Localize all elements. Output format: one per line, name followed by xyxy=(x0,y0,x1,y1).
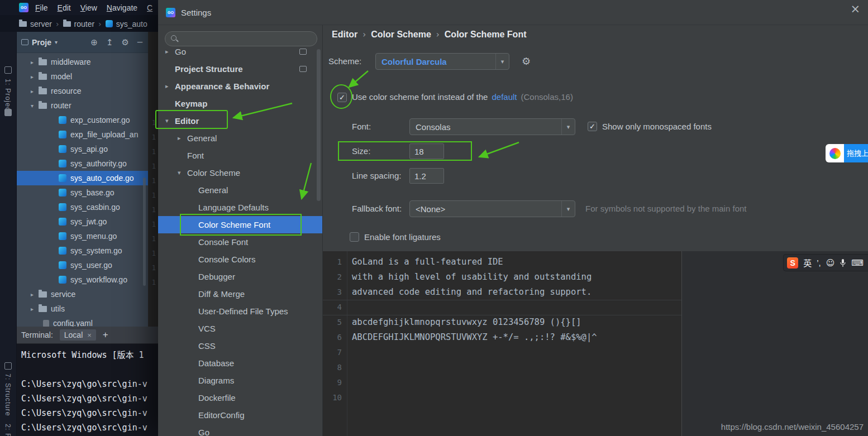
chevron-right-icon[interactable]: ▸ xyxy=(165,48,169,55)
project-tree-item-router[interactable]: ▾router xyxy=(17,98,148,113)
project-tree-item-sys-api-go[interactable]: sys_api.go xyxy=(17,142,148,156)
settings-tree-item-diff-merge[interactable]: Diff & Merge xyxy=(158,285,322,303)
settings-tree-item-database[interactable]: Database xyxy=(158,354,322,372)
project-tree-item-exp-file-upload-an[interactable]: exp_file_upload_an xyxy=(17,127,148,142)
settings-tree-scrollbar[interactable] xyxy=(317,49,321,201)
settings-tree-item-go[interactable]: Go xyxy=(158,424,322,436)
settings-tree-item-console-colors[interactable]: Console Colors xyxy=(158,251,322,268)
font-ligatures-checkbox[interactable]: ✓ xyxy=(350,232,359,242)
project-tree-item-model[interactable]: ▸model xyxy=(17,69,148,84)
line-spacing-input[interactable] xyxy=(409,168,444,184)
chevron-down-icon[interactable]: ▾ xyxy=(55,39,58,45)
project-tree-item-sys-menu-go[interactable]: sys_menu.go xyxy=(17,229,148,243)
tool-window-structure[interactable]: 7: Structure xyxy=(4,373,12,416)
preview-code[interactable]: GoLand is a full-featured IDEwith a high… xyxy=(352,255,597,405)
project-tree-item-sys-base-go[interactable]: sys_base.go xyxy=(17,185,148,200)
chevron-down-icon[interactable]: ▾ xyxy=(165,117,169,124)
project-tree-item-sys-jwt-go[interactable]: sys_jwt.go xyxy=(17,214,148,229)
chevron-right-icon[interactable]: ▸ xyxy=(31,306,39,312)
settings-tree-item-language-defaults[interactable]: Language Defaults xyxy=(158,199,322,216)
gear-icon[interactable]: ⚙ xyxy=(122,37,129,47)
project-tree-item-exp-customer-go[interactable]: exp_customer.go xyxy=(17,113,148,127)
chevron-right-icon[interactable]: ▸ xyxy=(31,74,39,80)
new-terminal-button[interactable]: + xyxy=(103,329,108,341)
settings-tree-item-general[interactable]: ▸General xyxy=(158,130,322,147)
settings-tree-item-color-scheme-font[interactable]: Color Scheme Font xyxy=(158,216,322,233)
settings-tree-item-console-font[interactable]: Console Font xyxy=(158,233,322,251)
size-input[interactable] xyxy=(409,143,444,159)
emoji-icon[interactable]: ☺ xyxy=(826,258,835,268)
collapse-all-icon[interactable]: ↥ xyxy=(106,37,113,47)
project-panel-title[interactable]: Proje xyxy=(32,38,51,47)
project-tree-item-sys-authority-go[interactable]: sys_authority.go xyxy=(17,156,148,171)
close-dialog-button[interactable]: × xyxy=(850,3,860,15)
ime-punctuation-toggle[interactable]: ’, xyxy=(817,258,821,267)
project-tree-item-sys-casbin-go[interactable]: sys_casbin.go xyxy=(17,200,148,214)
settings-tree-item-editor[interactable]: ▾Editor xyxy=(158,112,322,130)
project-tree-item-resource[interactable]: ▸resource xyxy=(17,84,148,98)
settings-tree-item-user-defined-file-types[interactable]: User-Defined File Types xyxy=(158,303,322,320)
tool-window-icon[interactable] xyxy=(4,109,12,116)
hide-panel-icon[interactable]: ─ xyxy=(137,37,142,47)
keyboard-icon[interactable]: ⌨ xyxy=(851,258,864,268)
project-tree-item-middleware[interactable]: ▸middleware xyxy=(17,55,148,69)
settings-tree-item-css[interactable]: CSS xyxy=(158,337,322,354)
use-scheme-font-checkbox[interactable]: ✓ xyxy=(337,93,347,102)
settings-tree-item-project-structure[interactable]: Project Structure xyxy=(158,60,322,78)
settings-tree-item-go[interactable]: ▸Go xyxy=(158,47,322,60)
menu-item-file[interactable]: File xyxy=(35,3,48,12)
font-select[interactable]: Consolas ▾ xyxy=(409,118,575,135)
settings-tree-item-color-scheme[interactable]: ▾Color Scheme xyxy=(158,164,322,181)
scheme-select[interactable]: Colorful Darcula ▾ xyxy=(375,53,509,70)
project-panel-header: Proje ▾ ⊕ ↥ ⚙ ─ xyxy=(17,32,148,53)
tool-window-icon[interactable] xyxy=(4,66,12,74)
chevron-right-icon[interactable]: ▸ xyxy=(31,59,39,65)
chevron-right-icon[interactable]: ▸ xyxy=(178,135,181,142)
project-tree-item-sys-auto-code-go[interactable]: sys_auto_code.go xyxy=(17,171,148,185)
tool-window-favorites[interactable]: 2: Favorites xyxy=(4,424,12,436)
settings-tree-item-keymap[interactable]: Keymap xyxy=(158,95,322,112)
ime-language-toggle[interactable]: 英 xyxy=(803,257,812,269)
terminal-tab-local[interactable]: Local × xyxy=(60,329,96,341)
default-link[interactable]: default xyxy=(492,92,517,102)
chevron-right-icon[interactable]: ▸ xyxy=(31,88,39,94)
settings-tree-item-vcs[interactable]: VCS xyxy=(158,320,322,337)
settings-tree-item-general[interactable]: General xyxy=(158,181,322,199)
settings-search[interactable] xyxy=(165,31,317,46)
project-tree-item-utils[interactable]: ▸utils xyxy=(17,301,148,316)
sogou-logo-icon[interactable]: S xyxy=(787,257,798,269)
project-tree-item-sys-workflow-go[interactable]: sys_workflow.go xyxy=(17,272,148,287)
breadcrumb-item-router[interactable]: router xyxy=(63,20,95,28)
project-tree-item-service[interactable]: ▸service xyxy=(17,287,148,301)
locate-file-icon[interactable]: ⊕ xyxy=(90,37,98,47)
settings-tree-item-appearance-behavior[interactable]: ▸Appearance & Behavior xyxy=(158,78,322,95)
settings-tree-item-font[interactable]: Font xyxy=(158,147,322,164)
settings-search-input[interactable] xyxy=(181,32,312,45)
project-tree-item-sys-user-go[interactable]: sys_user.go xyxy=(17,258,148,272)
chevron-down-icon[interactable]: ▾ xyxy=(31,103,39,109)
project-tree-item-sys-system-go[interactable]: sys_system.go xyxy=(17,243,148,258)
settings-tree-item-dockerfile[interactable]: Dockerfile xyxy=(158,389,322,406)
terminal-output[interactable]: Microsoft Windows [版本 1C:\Users\zyq\go\s… xyxy=(17,344,158,435)
breadcrumb-item-sys-auto[interactable]: sys_auto xyxy=(106,20,147,28)
menu-item-c[interactable]: C xyxy=(147,3,152,12)
fallback-font-select[interactable]: <None> ▾ xyxy=(409,200,575,217)
drag-upload-badge[interactable]: 拖拽上 xyxy=(826,144,868,162)
chevron-right-icon[interactable]: ▸ xyxy=(165,83,169,90)
menu-item-view[interactable]: View xyxy=(80,3,97,12)
monospace-only-checkbox[interactable]: ✓ xyxy=(588,122,597,131)
settings-tree-item-debugger[interactable]: Debugger xyxy=(158,268,322,285)
project-tree-scrollbar[interactable] xyxy=(143,178,146,286)
menu-item-navigate[interactable]: Navigate xyxy=(107,3,137,12)
chevron-right-icon[interactable]: ▸ xyxy=(31,291,39,298)
settings-tree-item-diagrams[interactable]: Diagrams xyxy=(158,372,322,389)
structure-icon[interactable] xyxy=(4,362,12,370)
breadcrumb-item-server[interactable]: server xyxy=(19,20,52,28)
menu-item-edit[interactable]: Edit xyxy=(58,3,71,12)
microphone-icon[interactable] xyxy=(840,258,846,267)
project-tree-item-config-yaml[interactable]: config.yaml xyxy=(17,316,148,327)
settings-tree-item-editorconfig[interactable]: EditorConfig xyxy=(158,406,322,424)
scheme-gear-icon[interactable]: ⚙ xyxy=(522,55,531,68)
close-icon[interactable]: × xyxy=(87,331,92,339)
chevron-down-icon[interactable]: ▾ xyxy=(178,169,181,176)
